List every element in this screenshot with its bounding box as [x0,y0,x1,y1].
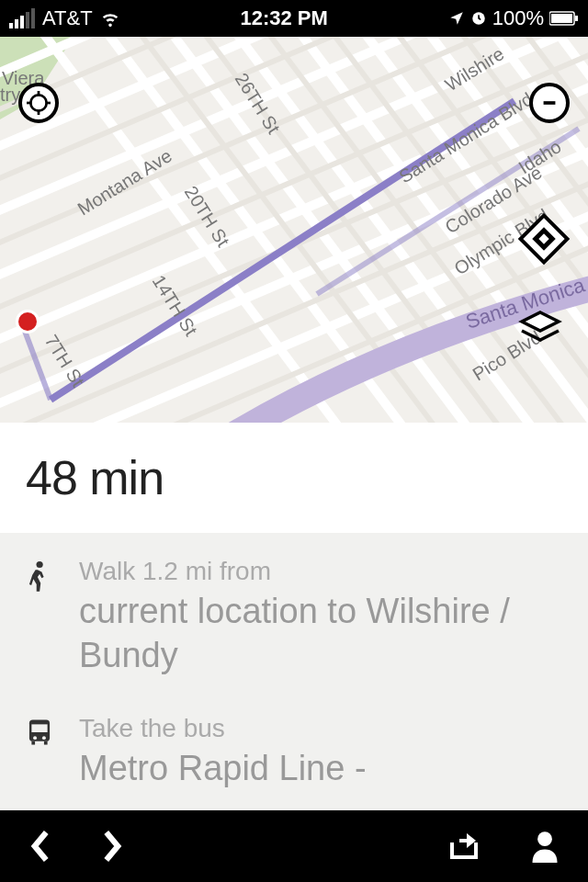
svg-point-53 [42,736,46,740]
svg-point-52 [33,736,37,740]
battery-label: 100% [492,6,544,30]
step-summary: Walk 1.2 mi from [79,557,562,586]
svg-point-49 [37,561,43,568]
location-arrow-icon [448,10,465,27]
minus-icon [539,93,560,113]
carrier-label: AT&T [42,6,93,30]
status-bar: AT&T 12:32 PM 100% [0,0,588,37]
svg-rect-55 [44,741,48,745]
map-view[interactable]: Montana Ave26TH St20TH St14TH St7TH StWi… [0,37,588,423]
svg-point-57 [537,831,552,846]
step-text: Take the bus Metro Rapid Line - [79,714,562,791]
layers-button[interactable] [518,309,562,349]
direction-step[interactable]: Take the bus Metro Rapid Line - [0,677,588,791]
battery-icon [549,11,579,26]
locate-me-button[interactable] [18,83,59,123]
person-icon [529,830,560,863]
trip-summary: 48 min [0,423,588,533]
svg-point-42 [30,95,46,110]
svg-rect-51 [31,724,47,732]
profile-button[interactable] [529,830,560,863]
layers-icon [518,309,562,345]
share-button[interactable] [447,830,483,863]
step-text: Walk 1.2 mi from current location to Wil… [79,557,562,677]
next-button[interactable] [99,828,125,865]
trip-duration: 48 min [26,450,562,505]
svg-rect-2 [551,14,572,23]
status-left: AT&T [9,6,120,30]
previous-button[interactable] [28,828,53,865]
svg-marker-48 [522,312,559,331]
wifi-icon [100,8,120,28]
directions-list[interactable]: Walk 1.2 mi from current location to Wil… [0,533,588,845]
bottom-toolbar [0,810,588,882]
svg-rect-54 [31,741,35,745]
chevron-left-icon [28,828,53,865]
map-canvas: Montana Ave26TH St20TH St14TH St7TH StWi… [0,37,588,423]
walk-icon [26,557,59,677]
step-summary: Take the bus [79,714,562,743]
chevron-right-icon [99,828,125,865]
direction-step[interactable]: Walk 1.2 mi from current location to Wil… [0,533,588,677]
clock: 12:32 PM [240,6,327,30]
svg-point-41 [18,312,37,331]
zoom-out-button[interactable] [529,83,570,123]
crosshair-icon [27,91,51,115]
bus-icon [26,714,59,791]
clock-icon [470,10,487,27]
share-icon [447,830,483,863]
signal-icon [9,8,35,28]
svg-rect-3 [575,16,578,21]
step-detail: current location to Wilshire / Bundy [79,590,562,677]
status-right: 100% [448,6,579,30]
step-detail: Metro Rapid Line - [79,747,562,791]
